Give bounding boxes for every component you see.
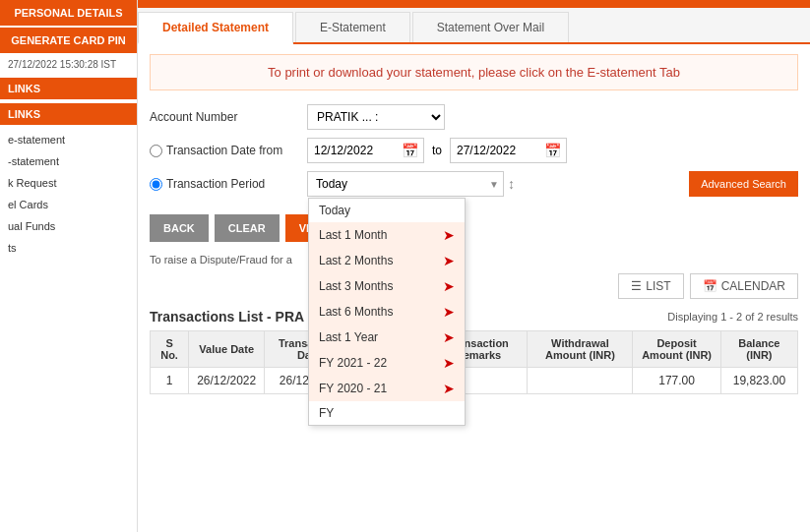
account-number-label: Account Number	[150, 110, 307, 124]
col-sno: S No.	[151, 331, 189, 368]
transaction-period-radio[interactable]	[150, 178, 162, 191]
transaction-date-label: Transaction Date from	[166, 144, 282, 157]
to-label: to	[432, 144, 442, 157]
calendar-view-btn[interactable]: 📅 CALENDAR	[690, 273, 798, 299]
list-btn-label: LIST	[646, 279, 670, 293]
date-from-input[interactable]	[308, 141, 397, 160]
el-cards-link[interactable]: el Cards	[0, 194, 137, 215]
period-select-wrap: Today ▼ Today Last 1 Month➤ Last 2 Month…	[307, 171, 504, 197]
date-from-input-wrap: 📅	[307, 138, 424, 163]
period-option-fy2020-21[interactable]: FY 2020 - 21➤	[309, 376, 465, 401]
tab-bar: Detailed Statement E-Statement Statement…	[138, 8, 810, 44]
period-selected-text: Today	[308, 174, 489, 194]
account-select[interactable]: PRATIK ... :	[307, 104, 445, 130]
tab-statement-over-mail[interactable]: Statement Over Mail	[412, 12, 569, 42]
cal-to-icon[interactable]: 📅	[539, 140, 566, 161]
k-request-link[interactable]: k Request	[0, 172, 137, 194]
col-withdrawal: Withdrawal Amount (INR)	[528, 331, 633, 368]
transaction-period-row: Transaction Period Today ▼ Today Last 1 …	[150, 171, 798, 197]
transactions-table: S No. Value Date Transaction Date Cheque…	[150, 330, 798, 394]
period-option-today[interactable]: Today	[309, 199, 465, 222]
table-row: 1 26/12/2022 26/12/2022 177.00 19,823.00	[151, 368, 798, 394]
displaying-text: Displaying 1 - 2 of 2 results	[667, 311, 798, 323]
transaction-period-label: Transaction Period	[166, 177, 265, 191]
col-balance: Balance (INR)	[720, 331, 797, 368]
calendar-icon: 📅	[703, 279, 717, 293]
cell-balance: 19,823.00	[720, 368, 797, 394]
period-option-last2months[interactable]: Last 2 Months➤	[309, 248, 465, 273]
transaction-date-row: Transaction Date from 📅 to 📅	[150, 138, 798, 163]
date-to-input-wrap: 📅	[450, 138, 567, 163]
period-dropdown-menu: Today Last 1 Month➤ Last 2 Months➤ Last …	[308, 198, 466, 426]
mutual-funds-link[interactable]: ual Funds	[0, 215, 137, 237]
top-orange-bar	[138, 0, 810, 8]
advanced-search-btn[interactable]: Advanced Search	[689, 171, 798, 197]
col-deposit: Deposit Amount (INR)	[633, 331, 720, 368]
date-to-input[interactable]	[451, 141, 539, 160]
form-area: Account Number PRATIK ... : Transaction …	[138, 98, 810, 210]
cell-sno: 1	[151, 368, 189, 394]
table-wrap: S No. Value Date Transaction Date Cheque…	[138, 330, 810, 394]
cell-withdrawal	[528, 368, 633, 394]
transaction-period-radio-label[interactable]: Transaction Period	[150, 177, 307, 191]
list-view-btn[interactable]: ☰ LIST	[618, 273, 683, 299]
table-header-row: S No. Value Date Transaction Date Cheque…	[151, 331, 798, 368]
main-content: Detailed Statement E-Statement Statement…	[138, 0, 810, 532]
cell-value-date: 26/12/2022	[189, 368, 265, 394]
period-option-last6months[interactable]: Last 6 Months➤	[309, 299, 465, 325]
view-toggle: ☰ LIST 📅 CALENDAR	[138, 269, 810, 303]
generate-card-pin-btn[interactable]: GENERATE CARD PIN	[0, 28, 137, 53]
period-option-last1month[interactable]: Last 1 Month➤	[309, 222, 465, 248]
sidebar: PERSONAL DETAILS GENERATE CARD PIN 27/12…	[0, 0, 138, 532]
sidebar-section-links-2: LINKS	[0, 103, 137, 125]
transactions-title: Transactions List - PRA	[150, 309, 304, 325]
sidebar-date: 27/12/2022 15:30:28 IST	[0, 55, 137, 74]
period-option-fy2021-22[interactable]: FY 2021 - 22➤	[309, 350, 465, 376]
back-button[interactable]: BACK	[150, 214, 209, 242]
cursor-icon: ↕	[508, 176, 515, 192]
cal-from-icon[interactable]: 📅	[397, 140, 423, 161]
tab-detailed-statement[interactable]: Detailed Statement	[138, 12, 293, 44]
clear-button[interactable]: CLEAR	[215, 214, 280, 242]
calendar-btn-label: CALENDAR	[721, 279, 785, 293]
transaction-date-radio-label[interactable]: Transaction Date from	[150, 144, 307, 157]
action-buttons-row: BACK CLEAR VIEW TRANSACTIONS	[138, 210, 810, 246]
sidebar-section-links-1: LINKS	[0, 78, 137, 99]
ts-link[interactable]: ts	[0, 237, 137, 259]
col-value-date: Value Date	[189, 331, 265, 368]
alert-banner: To print or download your statement, ple…	[150, 54, 798, 90]
account-number-row: Account Number PRATIK ... :	[150, 104, 798, 130]
cell-deposit: 177.00	[633, 368, 720, 394]
period-option-last1year[interactable]: Last 1 Year➤	[309, 325, 465, 350]
transaction-date-radio[interactable]	[150, 145, 162, 157]
period-option-fy[interactable]: FY	[309, 401, 465, 425]
period-dropdown-arrow[interactable]: ▼	[489, 179, 503, 190]
tab-e-statement[interactable]: E-Statement	[295, 12, 410, 42]
e-statement-link[interactable]: e-statement	[0, 129, 137, 150]
period-option-last3months[interactable]: Last 3 Months➤	[309, 273, 465, 299]
dispute-notice: To raise a Dispute/Fraud for a	[138, 250, 810, 269]
statement-link[interactable]: -statement	[0, 150, 137, 172]
list-icon: ☰	[631, 279, 642, 293]
sidebar-links: e-statement -statement k Request el Card…	[0, 125, 137, 263]
personal-details-btn[interactable]: PERSONAL DETAILS	[0, 0, 137, 26]
transactions-header: Transactions List - PRA Displaying 1 - 2…	[138, 303, 810, 330]
